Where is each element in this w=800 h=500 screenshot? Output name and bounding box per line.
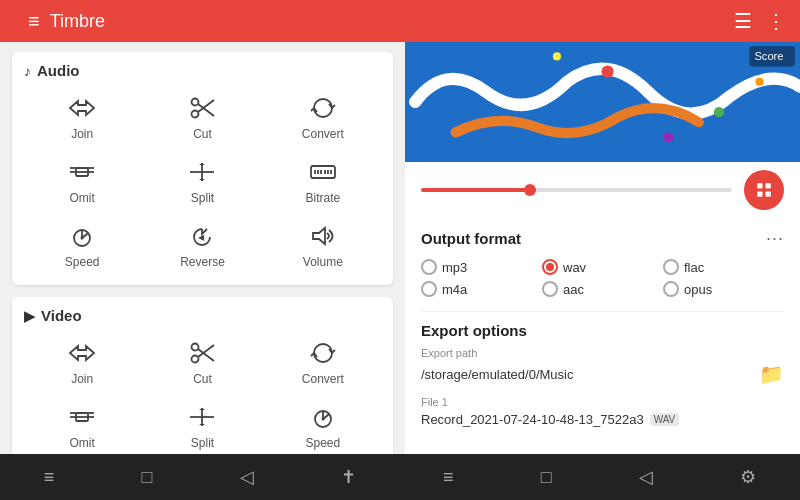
svg-point-0	[192, 111, 199, 118]
audio-volume-item[interactable]: Volume	[265, 217, 381, 275]
svg-point-23	[192, 344, 199, 351]
svg-point-22	[192, 356, 199, 363]
radio-m4a	[421, 281, 437, 297]
video-convert-label: Convert	[302, 372, 344, 386]
progress-bar[interactable]	[421, 188, 732, 192]
radio-aac	[542, 281, 558, 297]
bottom-nav-menu2[interactable]: ≡	[443, 467, 454, 488]
radio-flac	[663, 259, 679, 275]
video-convert-item[interactable]: Convert	[265, 334, 381, 392]
bottom-nav-home[interactable]: □	[141, 467, 152, 488]
svg-text:Score: Score	[754, 50, 783, 62]
video-split-label: Split	[191, 436, 214, 450]
folder-icon[interactable]: 📁	[759, 362, 784, 386]
reverse-icon: ◀	[188, 225, 216, 251]
video-split-item[interactable]: Split	[144, 398, 260, 454]
video-convert-icon	[309, 342, 337, 368]
video-cut-item[interactable]: Cut	[144, 334, 260, 392]
audio-speed-item[interactable]: Speed	[24, 217, 140, 275]
audio-icon: ♪	[24, 63, 31, 79]
audio-join-item[interactable]: Join	[24, 89, 140, 147]
audio-cut-item[interactable]: Cut	[144, 89, 260, 147]
bottom-nav-menu[interactable]: ≡	[44, 467, 55, 488]
divider	[421, 311, 784, 312]
format-mp3-label: mp3	[442, 260, 467, 275]
bottom-nav-back2[interactable]: ◁	[639, 466, 653, 488]
format-options-grid: mp3 wav flac m4a	[421, 259, 784, 297]
audio-convert-item[interactable]: Convert	[265, 89, 381, 147]
video-section-title: ▶ Video	[24, 307, 381, 324]
video-join-label: Join	[71, 372, 93, 386]
format-mp3[interactable]: mp3	[421, 259, 542, 275]
right-panel: Score Output format	[405, 42, 800, 454]
more-icon[interactable]: ⋮	[766, 9, 786, 33]
record-button[interactable]	[744, 170, 784, 210]
svg-rect-51	[766, 183, 771, 188]
export-section-title: Export options	[421, 322, 784, 339]
video-join-icon	[68, 342, 96, 368]
export-path-row: /storage/emulated/0/Music 📁	[421, 362, 784, 386]
audio-cut-label: Cut	[193, 127, 212, 141]
app-title: Timbre	[50, 11, 720, 32]
video-omit-label: Omit	[69, 436, 94, 450]
video-cut-label: Cut	[193, 372, 212, 386]
video-omit-icon	[68, 406, 96, 432]
right-content-area: Output format ··· mp3 wav flac	[405, 218, 800, 454]
file-ext-badge: WAV	[650, 413, 680, 426]
audio-bitrate-item[interactable]: Bitrate	[265, 153, 381, 211]
format-opus[interactable]: opus	[663, 281, 784, 297]
file-name: Record_2021-07-24-10-48-13_7522a3	[421, 412, 644, 427]
convert-icon	[309, 97, 337, 123]
audio-speed-label: Speed	[65, 255, 100, 269]
video-progress-row	[405, 162, 800, 218]
video-join-item[interactable]: Join	[24, 334, 140, 392]
volume-icon	[309, 225, 337, 251]
bottom-nav-settings[interactable]: ⚙	[740, 466, 756, 488]
top-bar: ≡ Timbre ☰ ⋮	[0, 0, 800, 42]
svg-point-19	[81, 237, 84, 240]
menu-icon[interactable]: ≡	[28, 10, 40, 33]
audio-grid: Join Cut	[24, 89, 381, 275]
video-omit-item[interactable]: Omit	[24, 398, 140, 454]
video-section: ▶ Video Join	[12, 297, 393, 454]
radio-wav	[542, 259, 558, 275]
svg-point-43	[601, 66, 613, 78]
video-icon: ▶	[24, 308, 35, 324]
bottom-nav: ≡ □ ◁ ✝ ≡ □ ◁ ⚙	[0, 454, 800, 500]
svg-point-46	[663, 132, 673, 142]
bottom-nav-home2[interactable]: □	[541, 467, 552, 488]
list-icon[interactable]: ☰	[734, 9, 752, 33]
radio-wav-selected	[546, 263, 554, 271]
main-content: ♪ Audio Join	[0, 42, 800, 454]
record-icon	[755, 181, 773, 199]
video-speed-item[interactable]: Speed	[265, 398, 381, 454]
video-grid: Join Cut	[24, 334, 381, 454]
radio-mp3	[421, 259, 437, 275]
video-speed-label: Speed	[305, 436, 340, 450]
output-format-title: Output format	[421, 230, 521, 247]
format-wav[interactable]: wav	[542, 259, 663, 275]
join-icon	[68, 97, 96, 123]
format-aac[interactable]: aac	[542, 281, 663, 297]
svg-point-47	[755, 78, 763, 86]
output-format-more[interactable]: ···	[766, 228, 784, 249]
video-preview: Score	[405, 42, 800, 162]
format-flac[interactable]: flac	[663, 259, 784, 275]
speed-icon	[68, 225, 96, 251]
svg-point-34	[321, 418, 324, 421]
audio-join-label: Join	[71, 127, 93, 141]
svg-marker-21	[313, 228, 325, 244]
audio-omit-item[interactable]: Omit	[24, 153, 140, 211]
bottom-nav-back[interactable]: ◁	[240, 466, 254, 488]
svg-rect-42	[405, 42, 800, 162]
omit-icon	[68, 161, 96, 187]
audio-split-item[interactable]: Split	[144, 153, 260, 211]
svg-point-44	[714, 107, 724, 117]
audio-reverse-item[interactable]: ◀ Reverse	[144, 217, 260, 275]
format-m4a[interactable]: m4a	[421, 281, 542, 297]
audio-reverse-label: Reverse	[180, 255, 225, 269]
export-path-value: /storage/emulated/0/Music	[421, 367, 573, 382]
bottom-nav-person[interactable]: ✝	[341, 466, 356, 488]
format-wav-label: wav	[563, 260, 586, 275]
audio-bitrate-label: Bitrate	[305, 191, 340, 205]
